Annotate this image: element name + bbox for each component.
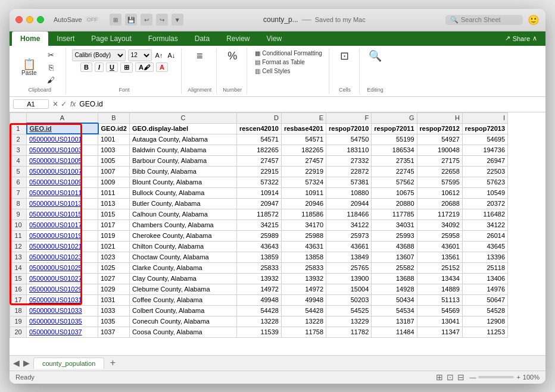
conditional-formatting-button[interactable]: ▦Conditional Formatting xyxy=(253,49,324,57)
cell-g6[interactable]: 57562 xyxy=(372,177,417,187)
cell-d14[interactable]: 25833 xyxy=(236,262,281,273)
cell-h8[interactable]: 20688 xyxy=(417,198,462,209)
col-header-a[interactable]: A xyxy=(27,112,98,123)
cell-a16[interactable]: 0500000US01029 xyxy=(27,284,98,294)
cell-a19[interactable]: 0500000US01035 xyxy=(27,316,98,327)
cell-h13[interactable]: 13561 xyxy=(417,252,462,262)
formula-input[interactable] xyxy=(79,100,542,108)
copy-button[interactable]: ⎘ xyxy=(42,62,61,73)
cell-b6[interactable]: 1009 xyxy=(98,177,130,187)
share-button[interactable]: ↗ Share ∧ xyxy=(499,32,543,46)
cell-d8[interactable]: 20947 xyxy=(236,198,281,209)
cell-e4[interactable]: 27457 xyxy=(281,155,326,166)
cell-a14[interactable]: 0500000US01025 xyxy=(27,262,98,273)
cell-g19[interactable]: 13187 xyxy=(372,316,417,327)
format-painter-button[interactable]: 🖌 xyxy=(42,74,61,86)
cell-i8[interactable]: 20372 xyxy=(462,198,507,209)
cell-h2[interactable]: 54927 xyxy=(417,134,462,145)
col-header-e[interactable]: E xyxy=(281,112,326,123)
cell-h16[interactable]: 14889 xyxy=(417,284,462,294)
underline-button[interactable]: U xyxy=(106,62,118,72)
more-icon[interactable]: ▼ xyxy=(172,14,183,26)
cell-b2[interactable]: 1001 xyxy=(98,134,130,145)
cell-i2[interactable]: 54695 xyxy=(462,134,507,145)
cell-g16[interactable]: 14928 xyxy=(372,284,417,294)
cell-b7[interactable]: 1011 xyxy=(98,187,130,198)
cell-f1[interactable]: respop72010 xyxy=(326,123,372,134)
cell-f3[interactable]: 183110 xyxy=(326,145,372,155)
cell-c7[interactable]: Bullock County, Alabama xyxy=(129,187,236,198)
page-layout-view-icon[interactable]: ⊡ xyxy=(447,372,454,382)
cell-h7[interactable]: 10612 xyxy=(417,187,462,198)
cell-e15[interactable]: 13932 xyxy=(281,273,326,284)
minimize-button[interactable] xyxy=(26,16,33,23)
cell-g12[interactable]: 43688 xyxy=(372,241,417,252)
cell-a1[interactable]: GEO.id xyxy=(27,123,98,134)
cell-e6[interactable]: 57324 xyxy=(281,177,326,187)
page-break-view-icon[interactable]: ⊟ xyxy=(457,372,464,382)
cell-d1[interactable]: rescen42010 xyxy=(236,123,281,134)
cell-h9[interactable]: 117219 xyxy=(417,209,462,219)
cell-c14[interactable]: Clarke County, Alabama xyxy=(129,262,236,273)
cell-f8[interactable]: 20944 xyxy=(326,198,372,209)
cell-c16[interactable]: Cleburne County, Alabama xyxy=(129,284,236,294)
cell-a13[interactable]: 0500000US01023 xyxy=(27,252,98,262)
autosave-control[interactable]: AutoSave OFF xyxy=(54,16,100,23)
cell-i17[interactable]: 50647 xyxy=(462,294,507,305)
cell-c3[interactable]: Baldwin County, Alabama xyxy=(129,145,236,155)
cell-b12[interactable]: 1021 xyxy=(98,241,130,252)
cell-f14[interactable]: 25765 xyxy=(326,262,372,273)
autosave-toggle[interactable]: OFF xyxy=(85,16,100,23)
fill-color-button[interactable]: A🖌 xyxy=(135,62,154,72)
cell-d2[interactable]: 54571 xyxy=(236,134,281,145)
cell-a2[interactable]: 0500000US01001 xyxy=(27,134,98,145)
cell-c18[interactable]: Colbert County, Alabama xyxy=(129,305,236,316)
cell-b16[interactable]: 1029 xyxy=(98,284,130,294)
maximize-button[interactable] xyxy=(37,16,44,23)
cell-f15[interactable]: 13900 xyxy=(326,273,372,284)
alignment-button[interactable]: ≡ xyxy=(190,49,209,62)
cell-a7[interactable]: 0500000US01011 xyxy=(27,187,98,198)
normal-view-icon[interactable]: ⊞ xyxy=(436,372,443,382)
cell-d6[interactable]: 57322 xyxy=(236,177,281,187)
cell-e17[interactable]: 49948 xyxy=(281,294,326,305)
cell-i3[interactable]: 194736 xyxy=(462,145,507,155)
cell-c10[interactable]: Chambers County, Alabama xyxy=(129,219,236,230)
cell-g11[interactable]: 25993 xyxy=(372,230,417,241)
grid-icon[interactable]: ⊞ xyxy=(110,14,121,26)
cell-g8[interactable]: 20880 xyxy=(372,198,417,209)
close-button[interactable] xyxy=(15,16,23,23)
paste-button[interactable]: 📋 Paste xyxy=(19,58,39,77)
italic-button[interactable]: I xyxy=(95,62,104,72)
cell-a11[interactable]: 0500000US01019 xyxy=(27,230,98,241)
cell-reference-input[interactable] xyxy=(13,99,49,109)
cell-b9[interactable]: 1015 xyxy=(98,209,130,219)
cell-d9[interactable]: 118572 xyxy=(236,209,281,219)
zoom-out-icon[interactable]: — xyxy=(469,374,476,381)
col-header-f[interactable]: F xyxy=(326,112,372,123)
redo-icon[interactable]: ↪ xyxy=(156,14,168,26)
cell-g1[interactable]: respop72011 xyxy=(372,123,417,134)
cell-f7[interactable]: 10880 xyxy=(326,187,372,198)
cell-e20[interactable]: 11758 xyxy=(281,327,326,337)
cell-f4[interactable]: 27332 xyxy=(326,155,372,166)
cell-h4[interactable]: 27175 xyxy=(417,155,462,166)
cell-i11[interactable]: 26014 xyxy=(462,230,507,241)
cell-i16[interactable]: 14976 xyxy=(462,284,507,294)
cell-c6[interactable]: Blount County, Alabama xyxy=(129,177,236,187)
cell-f19[interactable]: 13229 xyxy=(326,316,372,327)
cut-button[interactable]: ✂ xyxy=(42,49,61,61)
cell-d11[interactable]: 25989 xyxy=(236,230,281,241)
cells-button[interactable]: ⊡ xyxy=(335,49,354,62)
cell-i13[interactable]: 13396 xyxy=(462,252,507,262)
font-family-select[interactable]: Calibri (Body) xyxy=(72,49,126,61)
cell-i4[interactable]: 26947 xyxy=(462,155,507,166)
cell-c2[interactable]: Autauga County, Alabama xyxy=(129,134,236,145)
cell-e7[interactable]: 10911 xyxy=(281,187,326,198)
cell-i14[interactable]: 25118 xyxy=(462,262,507,273)
cell-g20[interactable]: 11484 xyxy=(372,327,417,337)
cell-h10[interactable]: 34092 xyxy=(417,219,462,230)
cell-g10[interactable]: 34031 xyxy=(372,219,417,230)
cell-d13[interactable]: 13859 xyxy=(236,252,281,262)
increase-font-button[interactable]: A↑ xyxy=(154,51,164,59)
